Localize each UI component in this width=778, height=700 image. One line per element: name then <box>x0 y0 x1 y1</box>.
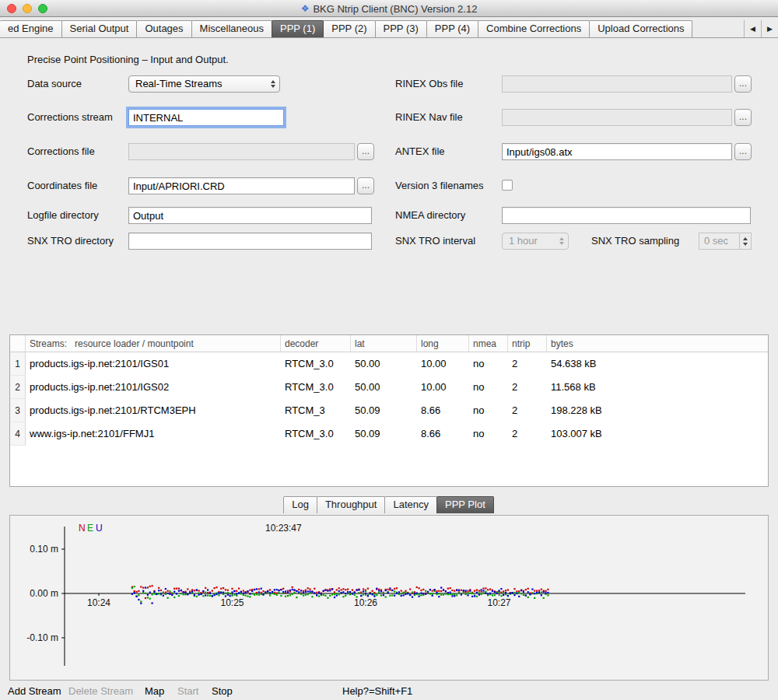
corrections-stream-input[interactable] <box>128 109 284 126</box>
table-cell: 54.638 kB <box>547 352 768 376</box>
traffic-lights <box>7 4 47 13</box>
table-row[interactable]: 1products.igs-ip.net:2101/IGS01RTCM_3.05… <box>10 352 768 376</box>
statusbar-add-stream[interactable]: Add Stream <box>8 685 61 697</box>
header-decoder: decoder <box>281 335 351 352</box>
tab-scroll-buttons: ◀ ▶ <box>744 20 778 37</box>
antex-file-input[interactable] <box>502 143 732 160</box>
svg-text:E: E <box>87 523 93 534</box>
tab-miscellaneous[interactable]: Miscellaneous <box>191 20 272 37</box>
bottom-tab-log[interactable]: Log <box>283 496 317 513</box>
snx-tro-sampling-spinner: 0 sec <box>699 233 752 250</box>
rinex-obs-file-label: RINEX Obs file <box>395 75 463 93</box>
table-cell: 50.09 <box>351 422 417 446</box>
rinex-nav-file-browse-button[interactable]: ... <box>734 109 752 126</box>
data-source-label: Data source <box>27 75 82 93</box>
tab-ed-engine[interactable]: ed Engine <box>0 20 62 37</box>
snx-tro-directory-label: SNX TRO directory <box>27 233 114 250</box>
table-cell: 10.00 <box>417 376 469 399</box>
bottom-tab-ppp-plot[interactable]: PPP Plot <box>436 496 494 513</box>
minimize-button[interactable] <box>23 4 32 13</box>
combo-arrows-icon <box>559 237 564 245</box>
corrections-file-input <box>128 143 355 160</box>
nmea-directory-input[interactable] <box>502 207 751 224</box>
header-nmea: nmea <box>469 335 508 352</box>
statusbar-help-shift-f1: Help?=Shift+F1 <box>342 685 412 697</box>
table-cell: 2 <box>508 376 547 399</box>
rinex-obs-file-input <box>502 75 732 93</box>
bottom-tab-throughput[interactable]: Throughput <box>317 496 386 513</box>
app-window: ❖ BKG Ntrip Client (BNC) Version 2.12 ed… <box>0 0 778 700</box>
spinner-arrows-icon <box>739 233 751 249</box>
svg-text:0.10 m: 0.10 m <box>30 544 58 555</box>
header-mountpoint: Streams: resource loader / mountpoint <box>26 335 281 352</box>
table-cell: no <box>469 399 508 422</box>
tab-upload-corrections[interactable]: Upload Corrections <box>589 20 692 37</box>
rinex-nav-file-label: RINEX Nav file <box>395 109 463 126</box>
coordinates-file-label: Coordinates file <box>27 177 97 194</box>
statusbar-start: Start <box>177 685 198 697</box>
tab-ppp-3[interactable]: PPP (3) <box>375 20 427 37</box>
close-button[interactable] <box>7 4 16 13</box>
tab-combine-corrections[interactable]: Combine Corrections <box>478 20 590 37</box>
svg-text:10:26: 10:26 <box>354 597 377 608</box>
tab-scroll-right-button[interactable]: ▶ <box>761 20 778 37</box>
app-icon: ❖ <box>301 3 310 14</box>
top-tab-bar: ed EngineSerial OutputOutagesMiscellaneo… <box>0 17 778 38</box>
table-row[interactable]: 4www.igs-ip.net:2101/FFMJ1RTCM_3.050.098… <box>10 422 768 446</box>
header-num <box>10 335 26 352</box>
tab-outages[interactable]: Outages <box>136 20 191 37</box>
table-cell: products.igs-ip.net:2101/IGS02 <box>26 376 281 399</box>
tab-ppp-2[interactable]: PPP (2) <box>323 20 375 37</box>
table-cell: RTCM_3 <box>281 399 351 422</box>
coordinates-file-input[interactable] <box>128 177 355 194</box>
snx-tro-interval-value: 1 hour <box>509 235 538 247</box>
table-cell: 2 <box>508 422 547 446</box>
tab-serial-output[interactable]: Serial Output <box>61 20 138 37</box>
table-cell: 2 <box>508 399 547 422</box>
tab-ppp-4[interactable]: PPP (4) <box>426 20 478 37</box>
header-lat: lat <box>351 335 417 352</box>
bottom-tab-latency[interactable]: Latency <box>384 496 437 513</box>
status-bar: Add StreamDelete StreamMapStartStopHelp?… <box>0 681 778 700</box>
row-number: 1 <box>10 352 26 376</box>
top-tab-bar-tabs: ed EngineSerial OutputOutagesMiscellaneo… <box>0 20 692 37</box>
table-cell: 103.007 kB <box>547 422 768 446</box>
table-row[interactable]: 2products.igs-ip.net:2101/IGS02RTCM_3.05… <box>10 376 768 399</box>
statusbar-stop[interactable]: Stop <box>212 685 233 697</box>
svg-text:10:27: 10:27 <box>487 597 510 608</box>
snx-tro-directory-input[interactable] <box>128 233 372 250</box>
antex-file-browse-button[interactable]: ... <box>734 143 752 160</box>
table-cell: www.igs-ip.net:2101/FFMJ1 <box>26 422 281 446</box>
table-cell: products.igs-ip.net:2101/IGS01 <box>26 352 281 376</box>
table-cell: 2 <box>508 352 547 376</box>
snx-tro-sampling-label: SNX TRO sampling <box>591 233 679 250</box>
version3-filenames-checkbox[interactable] <box>502 180 513 191</box>
tab-ppp-1[interactable]: PPP (1) <box>272 20 324 37</box>
rinex-obs-file-browse-button[interactable]: ... <box>734 75 752 93</box>
data-source-value: Real-Time Streams <box>135 78 222 89</box>
statusbar-map[interactable]: Map <box>145 685 164 697</box>
coordinates-file-browse-button[interactable]: ... <box>357 177 374 194</box>
zoom-button[interactable] <box>38 4 47 13</box>
svg-text:10:24: 10:24 <box>87 597 110 608</box>
data-source-select[interactable]: Real-Time Streams <box>128 75 280 93</box>
table-cell: 50.00 <box>351 376 417 399</box>
window-title-wrap: ❖ BKG Ntrip Client (BNC) Version 2.12 <box>0 0 778 17</box>
snx-tro-sampling-value: 0 sec <box>704 235 728 247</box>
corrections-file-browse-button[interactable]: ... <box>357 143 374 160</box>
row-number: 4 <box>10 422 26 446</box>
table-row[interactable]: 3products.igs-ip.net:2101/RTCM3EPHRTCM_3… <box>10 399 768 422</box>
table-cell: 10.00 <box>417 352 469 376</box>
svg-text:10:25: 10:25 <box>220 597 244 608</box>
streams-table-body: 1products.igs-ip.net:2101/IGS01RTCM_3.05… <box>10 352 768 446</box>
table-cell: no <box>469 422 508 446</box>
table-cell: RTCM_3.0 <box>281 422 351 446</box>
corrections-stream-label: Corrections stream <box>27 109 113 126</box>
logfile-directory-input[interactable] <box>128 207 372 224</box>
streams-table-header: Streams: resource loader / mountpoint de… <box>10 335 768 352</box>
table-cell: 8.66 <box>417 399 469 422</box>
table-cell: no <box>469 352 508 376</box>
ppp-description: Precise Point Positioning – Input and Ou… <box>27 51 229 68</box>
table-cell: products.igs-ip.net:2101/RTCM3EPH <box>26 399 281 422</box>
tab-scroll-left-button[interactable]: ◀ <box>744 20 761 37</box>
